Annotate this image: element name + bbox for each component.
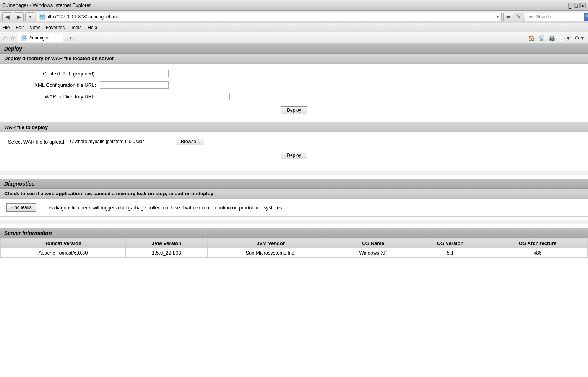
diagnostics-description: This diagnostic check will trigger a ful… [44, 205, 283, 211]
deploy-subsection1-title: Deploy directory or WAR file located on … [4, 55, 114, 61]
server-table-header-row: Tomcat Version JVM Version JVM Vendor OS… [1, 238, 588, 248]
cell-jvm-vendor: Sun Microsystems Inc. [208, 248, 334, 258]
deploy-btn1-row: Deploy [8, 104, 580, 116]
col-os-version: OS Version [413, 238, 488, 248]
server-info-table: Tomcat Version JVM Version JVM Vendor OS… [0, 238, 588, 258]
browse-button[interactable]: Browse... [177, 138, 204, 145]
search-button[interactable]: 🔍 [584, 13, 588, 21]
deploy-button-1[interactable]: Deploy [281, 106, 307, 114]
minimize-btn[interactable]: _ [568, 3, 573, 8]
menu-favorites[interactable]: Favorites [46, 25, 65, 30]
xml-config-label: XML Configuration file URL: [8, 82, 100, 88]
search-box: 🔍 [525, 13, 586, 21]
page-menu-icon[interactable]: 📄▼ [558, 34, 572, 42]
address-dropdown-arrow[interactable]: ▼ [496, 15, 500, 19]
rss-icon[interactable]: 📡 [538, 34, 546, 42]
cell-jvm-version: 1.5.0_22-b03 [125, 248, 207, 258]
cell-tomcat-version: Apache Tomcat/6.0.30 [1, 248, 126, 258]
diagnostics-title: Diagnostics [4, 181, 34, 187]
page-icon: 🌐 [39, 14, 45, 20]
forward-button[interactable]: ▶ [14, 12, 24, 21]
diagnostics-subsection-header: Check to see if a web application has ca… [0, 189, 588, 199]
context-path-input[interactable] [100, 70, 169, 77]
deploy-section: Deploy Deploy directory or WAR file loca… [0, 44, 588, 167]
address-input[interactable] [46, 14, 494, 20]
war-dir-label: WAR or Directory URL: [8, 94, 100, 100]
deploy-section-header: Deploy [0, 44, 588, 54]
col-os-name: OS Name [334, 238, 413, 248]
cell-os-version: 5.1 [413, 248, 488, 258]
browser-titlebar: C /manager - Windows Internet Explorer _… [0, 0, 588, 11]
deploy-subsection1-header: Deploy directory or WAR file located on … [0, 54, 588, 64]
favorites-star-icon[interactable]: ☆ [2, 34, 8, 41]
tab-label: /manager [29, 35, 49, 41]
war-form-area: Select WAR file to upload Browse... Depl… [0, 132, 588, 167]
deploy-title: Deploy [4, 46, 22, 52]
add-favorites-icon[interactable]: ☆ [10, 34, 15, 41]
deploy-subsection2-header: WAR file to deploy [0, 122, 588, 132]
deploy-form-area: Context Path (required): XML Configurati… [0, 64, 588, 122]
server-info-section: Server Information Tomcat Version JVM Ve… [0, 228, 588, 258]
diagnostics-body: Find leaks This diagnostic check will tr… [0, 199, 588, 216]
col-os-architecture: OS Architecture [488, 238, 587, 248]
context-path-row: Context Path (required): [8, 70, 580, 77]
print-icon[interactable]: 🖨️ [548, 34, 556, 42]
search-input[interactable] [526, 14, 584, 20]
tab-favicon: 🌐 [21, 35, 27, 41]
war-file-input[interactable] [68, 138, 175, 145]
home-icon[interactable]: 🏠 [527, 34, 535, 42]
menu-view[interactable]: View [30, 25, 40, 30]
gap-1 [0, 171, 588, 175]
menu-edit[interactable]: Edit [16, 25, 24, 30]
cell-os-name: Windows XP [334, 248, 413, 258]
browser-nav: ◀ ▶ ▼ 🌐 ▼ ⇒ ✕ 🔍 [0, 11, 588, 23]
war-dir-input[interactable] [100, 93, 230, 100]
menu-file[interactable]: File [2, 25, 10, 30]
diagnostics-section-header: Diagnostics [0, 179, 588, 189]
deploy-btn2-row: Deploy [8, 149, 580, 162]
deploy-subsection2-title: WAR file to deploy [4, 124, 48, 130]
col-jvm-vendor: JVM Vendor [208, 238, 334, 248]
dropdown-button[interactable]: ▼ [25, 12, 35, 21]
new-tab-button[interactable]: + [66, 35, 75, 41]
browser-tab[interactable]: 🌐 /manager [18, 34, 63, 42]
browser-title: C /manager - Windows Internet Explorer [2, 2, 91, 8]
back-button[interactable]: ◀ [2, 12, 12, 21]
browser-menubar: File Edit View Favorites Tools Help [0, 23, 588, 32]
find-leaks-button[interactable]: Find leaks [6, 203, 36, 212]
tools-icon[interactable]: ⚙▼ [574, 34, 586, 42]
stop-button[interactable]: ✕ [515, 13, 523, 21]
col-jvm-version: JVM Version [125, 238, 207, 248]
xml-config-input[interactable] [100, 81, 169, 89]
diagnostics-section: Diagnostics Check to see if a web applic… [0, 179, 588, 217]
gap-2 [0, 220, 588, 224]
server-info-title: Server Information [4, 230, 52, 236]
go-button[interactable]: ⇒ [503, 13, 513, 21]
maximize-btn[interactable]: □ [574, 3, 580, 8]
war-dir-row: WAR or Directory URL: [8, 93, 580, 100]
context-path-label: Context Path (required): [8, 71, 100, 77]
deploy-button-2[interactable]: Deploy [281, 152, 307, 159]
war-upload-label: Select WAR file to upload [8, 139, 68, 145]
server-info-header: Server Information [0, 228, 588, 238]
server-table-data-row: Apache Tomcat/6.0.30 1.5.0_22-b03 Sun Mi… [1, 248, 588, 258]
page-content: Deploy Deploy directory or WAR file loca… [0, 44, 588, 258]
cell-os-architecture: x86 [488, 248, 587, 258]
war-upload-row: Select WAR file to upload Browse... [8, 138, 580, 145]
menu-help[interactable]: Help [88, 25, 97, 30]
menu-tools[interactable]: Tools [71, 25, 81, 30]
address-bar: 🌐 ▼ [37, 13, 502, 21]
xml-config-row: XML Configuration file URL: [8, 81, 580, 89]
close-btn[interactable]: ✕ [580, 3, 586, 8]
col-tomcat-version: Tomcat Version [1, 238, 126, 248]
diagnostics-subsection-title: Check to see if a web application has ca… [4, 191, 213, 196]
browser-toolbar: ☆ ☆ 🌐 /manager + 🏠 📡 🖨️ 📄▼ ⚙▼ [0, 32, 588, 44]
